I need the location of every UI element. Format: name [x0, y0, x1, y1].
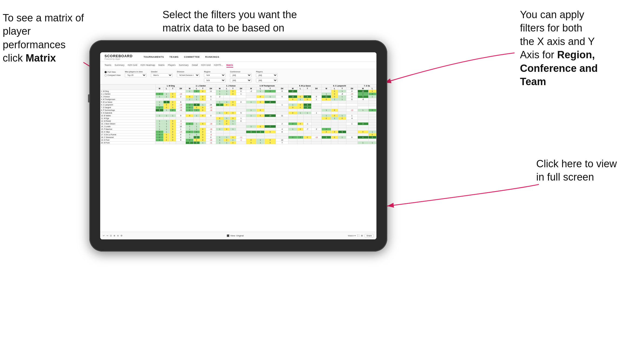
table-row: 17. S De La Fuente2000110-80: [100, 133, 376, 136]
nav-rankings[interactable]: RANKINGS: [205, 56, 219, 58]
table-row: 3. J Koivun110201002010130401101031: [100, 95, 376, 98]
compact-view-radio[interactable]: [105, 74, 107, 76]
player-name-cell: 11. M Ege: [100, 117, 156, 120]
players-filter: Players (All) (All): [256, 71, 278, 82]
zoom-reset-icon[interactable]: ⊡: [110, 234, 112, 237]
app-header: SCOREBOARD Powered by clippd TOURNAMENTS…: [100, 52, 376, 62]
table-row: 19. D Ford2000200-20101-101013: [100, 139, 376, 142]
watch-label[interactable]: Watch ▾: [348, 234, 356, 237]
conference-filter: Conference (All) (All): [230, 71, 252, 82]
players-select[interactable]: (All): [256, 73, 278, 77]
max-players-filter: Max players in view Top 25: [125, 71, 147, 77]
tab-teams[interactable]: Teams: [105, 63, 111, 68]
conference-select2[interactable]: (All): [230, 78, 252, 82]
table-row: 12. M Riedel110-61010: [100, 120, 376, 123]
matrix-table: 1. W Ding 2. L Clanton 3. J Koivun 4. M …: [100, 84, 376, 144]
player-name-cell: 15. P Maichon: [100, 128, 156, 131]
col-header-4: 4. M Thorbjornsen: [246, 85, 288, 87]
table-row: 2. L Clanton210-16110110-6-2422: [100, 93, 376, 95]
share-button[interactable]: Share: [365, 234, 374, 237]
view-options: Full View Compact View: [105, 71, 121, 76]
tab-summary2[interactable]: Summary: [179, 63, 188, 68]
division-select[interactable]: NCAA Division I: [177, 73, 200, 77]
player-name-cell: 13. J Skov Olesen: [100, 123, 156, 125]
table-row: 18. C Sherwood20001300110-11220-10301045: [100, 136, 376, 139]
gender-select[interactable]: Men's: [151, 73, 173, 77]
player-name-cell: 20. M Ford: [100, 142, 156, 144]
col-header-2: 2. L Clanton: [186, 85, 216, 87]
table-row: 8. P Summerhays512-48220-161010-1312: [100, 109, 376, 112]
col-header-7: 7. G Sa: [357, 85, 376, 87]
tab-matrix-active[interactable]: Matrix: [226, 63, 233, 68]
matrix-container[interactable]: 1. W Ding 2. L Clanton 3. J Koivun 4. M …: [100, 84, 376, 144]
tab-h2h-grid2[interactable]: H2H Grid: [201, 63, 210, 68]
tablet-screen: SCOREBOARD Powered by clippd TOURNAMENTS…: [100, 52, 376, 239]
nav-committee[interactable]: COMMITTEE: [184, 56, 200, 58]
player-name-cell: 1. W Ding: [100, 90, 156, 93]
grid-icon[interactable]: ⊞: [361, 234, 363, 237]
player-name-cell: 2. L Clanton: [100, 93, 156, 95]
table-row: 4. M Thorbjornsen110101010110-6: [100, 98, 376, 101]
zoom-in-icon[interactable]: ⊕: [113, 234, 115, 237]
player-col-header: [100, 85, 156, 90]
logo-area: SCOREBOARD Powered by clippd: [105, 54, 133, 60]
settings-icon[interactable]: ⚙: [121, 234, 122, 237]
tab-h2h-heatmap[interactable]: H2H Heatmap: [141, 63, 155, 68]
table-row: 15. P Maichon1101110-19101410-722: [100, 128, 376, 131]
players-select2[interactable]: (All): [256, 78, 278, 82]
toolbar-left: ↩ ↪ ⊡ ⊕ ⊖ ⚙: [103, 234, 122, 237]
annotation-bottom-right: Click here to view in full screen: [536, 157, 617, 184]
table-row: 13. J Skov Olesen110-3210-19101220-113: [100, 123, 376, 125]
table-row: 6. C Lamprecht100-10241243001106: [100, 104, 376, 106]
tab-summary[interactable]: Summary: [115, 63, 124, 68]
region-filter: Region N/A N/A: [204, 71, 226, 82]
tab-detail[interactable]: Detail: [192, 63, 198, 68]
player-name-cell: 17. S De La Fuente: [100, 133, 156, 136]
tablet-frame: SCOREBOARD Powered by clippd TOURNAMENTS…: [89, 40, 387, 252]
logo-sub: Powered by clippd: [105, 58, 133, 60]
player-name-cell: 4. M Thorbjornsen: [100, 98, 156, 101]
tab-players[interactable]: Players: [168, 63, 175, 68]
player-name-cell: 8. P Summerhays: [100, 109, 156, 112]
table-row: 11. M Ege01010104: [100, 117, 376, 120]
player-name-cell: 12. M Riedel: [100, 120, 156, 123]
fullscreen-icon[interactable]: ⛶: [357, 234, 359, 237]
table-row: 7. G Sargent200-18200-15003: [100, 106, 376, 109]
table-row: 14. J Lundin1101011107: [100, 125, 376, 128]
annotation-top-right: You can apply filters for both the X axi…: [520, 8, 598, 88]
player-name-cell: 10. B Valdes: [100, 114, 156, 117]
table-row: 5. M La Sasso15061100106: [100, 101, 376, 104]
main-nav: TOURNAMENTS TEAMS COMMITTEE RANKINGS: [144, 56, 219, 58]
tab-matrix[interactable]: Matrix: [158, 63, 165, 68]
player-name-cell: 18. C Sherwood: [100, 136, 156, 139]
player-name-cell: 7. G Sargent: [100, 106, 156, 109]
redo-icon[interactable]: ↪: [106, 234, 108, 237]
table-row: 9. N Gabrelcik10090111: [100, 112, 376, 114]
region-select[interactable]: N/A: [204, 73, 226, 77]
nav-teams[interactable]: TEAMS: [169, 56, 178, 58]
player-name-cell: 9. N Gabrelcik: [100, 112, 156, 114]
tab-h2hth[interactable]: H2HTh...: [214, 63, 223, 68]
col-header-6: 6. C Lamprecht: [321, 85, 357, 87]
player-name-cell: 16. K Vilips: [100, 131, 156, 133]
filter-bar: Full View Compact View Max players in vi…: [100, 69, 376, 84]
tab-h2h-grid[interactable]: H2H Grid: [128, 63, 137, 68]
view-label: View: Original: [230, 234, 244, 237]
toolbar-right: Watch ▾ ⛶ ⊞ Share: [348, 234, 374, 237]
sub-nav: Teams Summary H2H Grid H2H Heatmap Matri…: [100, 62, 376, 69]
nav-tournaments[interactable]: TOURNAMENTS: [144, 56, 164, 58]
full-view-option[interactable]: Full View: [105, 71, 121, 73]
player-name-cell: 3. J Koivun: [100, 95, 156, 98]
undo-icon[interactable]: ↩: [103, 234, 105, 237]
player-name-cell: 6. C Lamprecht: [100, 104, 156, 106]
gender-filter: Gender Men's: [151, 71, 173, 77]
region-select2[interactable]: N/A: [204, 78, 226, 82]
full-view-radio[interactable]: [105, 71, 107, 73]
annotation-top-left: To see a matrix of player performances c…: [3, 11, 84, 65]
bottom-toolbar: ↩ ↪ ⊡ ⊕ ⊖ ⚙ ⬛ View: Original Watch ▾ ⛶ ⊞…: [100, 232, 376, 239]
max-players-select[interactable]: Top 25: [125, 73, 147, 77]
compact-view-option[interactable]: Compact View: [105, 74, 121, 76]
zoom-out-icon[interactable]: ⊖: [117, 234, 119, 237]
conference-select[interactable]: (All): [230, 73, 252, 77]
col-header-5: 5. M La Sasso: [288, 85, 322, 87]
